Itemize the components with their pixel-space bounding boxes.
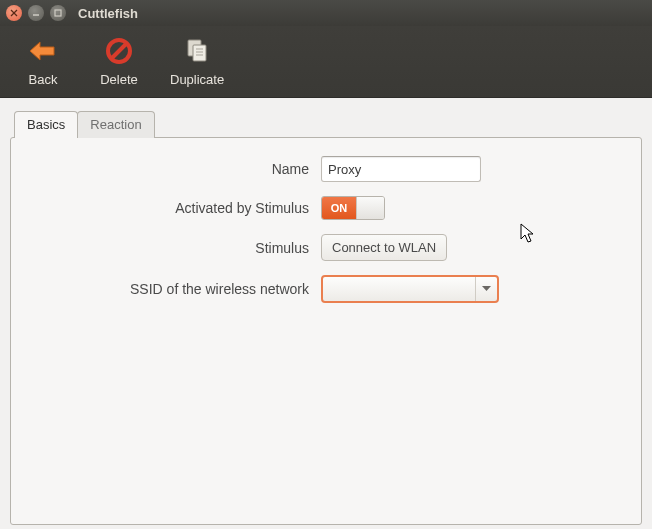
activated-toggle[interactable]: ON (321, 196, 385, 220)
delete-icon (104, 36, 134, 66)
tab-reaction[interactable]: Reaction (77, 111, 154, 138)
stimulus-button[interactable]: Connect to WLAN (321, 234, 447, 261)
label-stimulus: Stimulus (31, 240, 321, 256)
window-close-button[interactable] (6, 5, 22, 21)
svg-rect-7 (193, 45, 206, 61)
name-input[interactable] (321, 156, 481, 182)
label-activated: Activated by Stimulus (31, 200, 321, 216)
chevron-down-icon (475, 277, 497, 301)
toggle-on-label: ON (322, 197, 356, 219)
tab-container: Basics Reaction Name Activated by Stimul… (0, 98, 652, 529)
ssid-value (323, 277, 475, 301)
delete-label: Delete (100, 72, 138, 87)
svg-line-5 (112, 44, 126, 58)
back-button[interactable]: Back (18, 36, 68, 87)
tab-strip: Basics Reaction (14, 110, 642, 137)
window-minimize-button[interactable] (28, 5, 44, 21)
tab-panel-basics: Name Activated by Stimulus ON Stimulus C… (10, 137, 642, 525)
window-maximize-button[interactable] (50, 5, 66, 21)
delete-button[interactable]: Delete (94, 36, 144, 87)
back-arrow-icon (28, 36, 58, 66)
label-name: Name (31, 161, 321, 177)
ssid-combobox[interactable] (321, 275, 499, 303)
duplicate-label: Duplicate (170, 72, 224, 87)
duplicate-button[interactable]: Duplicate (170, 36, 224, 87)
duplicate-icon (182, 36, 212, 66)
window-title: Cuttlefish (78, 6, 138, 21)
toggle-knob (356, 197, 384, 219)
back-label: Back (29, 72, 58, 87)
row-ssid: SSID of the wireless network (31, 275, 591, 303)
row-stimulus: Stimulus Connect to WLAN (31, 234, 591, 261)
row-name: Name (31, 156, 591, 182)
titlebar: Cuttlefish (0, 0, 652, 26)
row-activated: Activated by Stimulus ON (31, 196, 591, 220)
tab-basics[interactable]: Basics (14, 111, 78, 138)
toolbar: Back Delete Duplicate (0, 26, 652, 98)
label-ssid: SSID of the wireless network (31, 281, 321, 297)
svg-rect-3 (55, 10, 61, 16)
